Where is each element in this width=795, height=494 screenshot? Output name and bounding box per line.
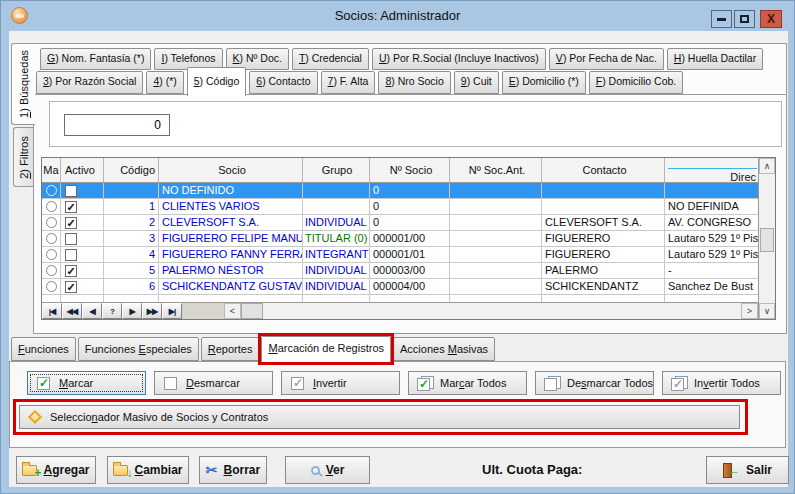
table-row[interactable]: NO DEFINIDO 0 <box>42 183 758 199</box>
activo-checkbox[interactable]: ✓ <box>61 199 104 214</box>
sort-line <box>668 168 757 169</box>
nav-first-button[interactable]: |◀ <box>42 303 62 319</box>
tab-contacto[interactable]: 6) Contacto <box>249 71 317 94</box>
maximize-button[interactable] <box>734 10 755 28</box>
row-select-radio[interactable] <box>42 199 61 214</box>
minimize-button[interactable] <box>711 10 732 28</box>
activo-checkbox[interactable] <box>61 183 104 198</box>
radio-icon <box>46 185 57 196</box>
folder-down-arrow-icon: ↓ <box>113 465 128 476</box>
nav-last-button[interactable]: ▶| <box>162 303 182 319</box>
desmarcar-button[interactable]: Desmarcar <box>154 371 273 395</box>
nav-prior-button[interactable]: ◀ <box>82 303 102 319</box>
activo-checkbox[interactable]: ✓ <box>61 263 104 278</box>
horizontal-scroll-thumb[interactable] <box>241 303 263 319</box>
row-select-radio[interactable] <box>42 215 61 230</box>
col-header-socio[interactable]: Socio <box>159 158 303 182</box>
row-select-radio[interactable] <box>42 183 61 198</box>
table-row[interactable]: 4 FIGUERERO FANNY FERRA INTEGRANT 000001… <box>42 247 758 263</box>
tab-nom-fantasia[interactable]: G) Nom. Fantasía (*) <box>40 48 151 70</box>
cell-nro-soc-ant <box>450 247 542 262</box>
tab-marcacion-de-registros[interactable]: Marcación de Registros <box>261 336 391 363</box>
borrar-button[interactable]: ✂ Borrar <box>199 456 267 484</box>
grid-vertical-scrollbar[interactable]: ∧ ∨ <box>758 158 775 319</box>
ver-button[interactable]: Ver <box>285 456 370 484</box>
scissors-icon: ✂ <box>206 463 218 477</box>
table-row[interactable]: ✓ 5 PALERMO NÉSTOR INDIVIDUAL 000003/00 … <box>42 263 758 279</box>
activo-checkbox[interactable]: ✓ <box>61 215 104 230</box>
tab-funciones[interactable]: Funciones <box>11 337 76 361</box>
nav-next-button[interactable]: ▶ <box>122 303 142 319</box>
row-select-radio[interactable] <box>42 231 61 246</box>
nav-help-button[interactable]: ? <box>102 303 122 319</box>
tab-por-fecha-nac[interactable]: V) Por Fecha de Nac. <box>549 48 664 70</box>
horizontal-scroll-track[interactable] <box>263 303 741 319</box>
table-row[interactable]: ✓ 6 SCHICKENDANTZ GUSTAV INDIVIDUAL 0000… <box>42 279 758 295</box>
vertical-scroll-track[interactable] <box>759 174 775 303</box>
row-select-radio[interactable] <box>42 279 61 294</box>
nav-next-page-button[interactable]: ▶▶ <box>142 303 162 319</box>
scroll-left-button[interactable]: < <box>224 303 241 319</box>
cell-contacto: FIGUERERO <box>542 231 665 246</box>
agregar-button[interactable]: + Agregar <box>16 456 96 484</box>
seleccionador-masivo-button[interactable]: Seleccionador Masivo de Socios y Contrat… <box>19 405 740 429</box>
col-header-codigo[interactable]: Código <box>104 158 159 182</box>
tab-credencial[interactable]: T) Credencial <box>292 48 369 70</box>
col-header-marcar[interactable]: Ma <box>42 158 61 182</box>
window-title: Socios: Administrador <box>1 8 794 23</box>
window-body: 1) Búsquedas 2) Filtros G) Nom. Fantasía… <box>9 31 788 487</box>
activo-checkbox[interactable] <box>61 231 104 246</box>
activo-checkbox[interactable] <box>61 247 104 262</box>
tab-domicilio-cob[interactable]: F) Domicilio Cob. <box>589 71 684 94</box>
tab-4-asterisco[interactable]: 4) (*) <box>146 71 183 94</box>
tab-huella-dactilar[interactable]: H) Huella Dactilar <box>667 48 763 70</box>
tab-filtros[interactable]: 2) Filtros <box>13 127 34 187</box>
title-bar[interactable]: Socios: Administrador X <box>1 1 794 31</box>
marcar-button[interactable]: Marcar <box>27 371 146 395</box>
col-header-contacto[interactable]: Contacto <box>542 158 665 182</box>
col-header-nro-socio[interactable]: Nº Socio <box>370 158 450 182</box>
cell-grupo: INDIVIDUAL <box>303 279 370 294</box>
vertical-scroll-thumb[interactable] <box>760 228 774 252</box>
table-row[interactable]: ✓ 2 CLEVERSOFT S.A. INDIVIDUAL 0 CLEVERS… <box>42 215 758 231</box>
tab-domicilio[interactable]: E) Domicilio (*) <box>502 71 586 94</box>
tab-codigo[interactable]: 5) Código <box>187 67 247 96</box>
scroll-up-button[interactable]: ∧ <box>759 158 775 174</box>
marcar-todos-button[interactable]: Marcar Todos <box>408 371 527 395</box>
scroll-down-button[interactable]: ∨ <box>759 303 775 319</box>
tab-busquedas[interactable]: 1) Búsquedas <box>11 43 35 125</box>
tab-por-razon-social[interactable]: 3) Por Razón Social <box>36 71 143 94</box>
cell-contacto: CLEVERSOFT S.A. <box>542 215 665 230</box>
tab-f-alta[interactable]: 7) F. Alta <box>321 71 376 94</box>
row-select-radio[interactable] <box>42 263 61 278</box>
cell-socio: CLEVERSOFT S.A. <box>159 215 303 230</box>
nav-prior-page-button[interactable]: ◀◀ <box>62 303 82 319</box>
cell-socio: PALERMO NÉSTOR <box>159 263 303 278</box>
table-row[interactable]: 3 FIGUERERO FELIPE MANUE TITULAR (0) 000… <box>42 231 758 247</box>
scroll-right-button[interactable]: > <box>741 303 758 319</box>
grid-horizontal-scrollbar[interactable]: < > <box>224 303 758 319</box>
col-header-nro-soc-ant[interactable]: Nº Soc.Ant. <box>450 158 542 182</box>
tab-reportes[interactable]: Reportes <box>201 337 260 361</box>
tab-acciones-masivas[interactable]: Acciones Masivas <box>393 337 495 361</box>
codigo-search-input[interactable] <box>64 114 170 136</box>
col-header-activo[interactable]: Activo <box>61 158 104 182</box>
desmarcar-todos-button[interactable]: Desmarcar Todos <box>535 371 654 395</box>
tab-cuit[interactable]: 9) Cuit <box>454 71 499 94</box>
tab-por-rsocial[interactable]: U) Por R.Social (Incluye Inactivos) <box>372 48 546 70</box>
tab-funciones-especiales[interactable]: Funciones Especiales <box>78 337 199 361</box>
invertir-button[interactable]: Invertir <box>281 371 400 395</box>
magnifier-icon <box>311 466 320 475</box>
salir-button[interactable]: ← Salir <box>706 456 789 484</box>
row-select-radio[interactable] <box>42 247 61 262</box>
cambiar-button[interactable]: ↓ Cambiar <box>107 456 189 484</box>
table-row[interactable]: ✓ 1 CLIENTES VARIOS 0 NO DEFINIDA <box>42 199 758 215</box>
invertir-todos-button[interactable]: Invertir Todos <box>662 371 781 395</box>
cell-contacto <box>542 199 665 214</box>
cell-socio: SCHICKENDANTZ GUSTAV <box>159 279 303 294</box>
activo-checkbox[interactable]: ✓ <box>61 279 104 294</box>
col-header-grupo[interactable]: Grupo <box>303 158 370 182</box>
col-header-direccion[interactable]: Direc <box>665 158 758 182</box>
tab-nro-socio[interactable]: 8) Nro Socio <box>378 71 450 94</box>
close-button[interactable]: X <box>760 10 782 28</box>
